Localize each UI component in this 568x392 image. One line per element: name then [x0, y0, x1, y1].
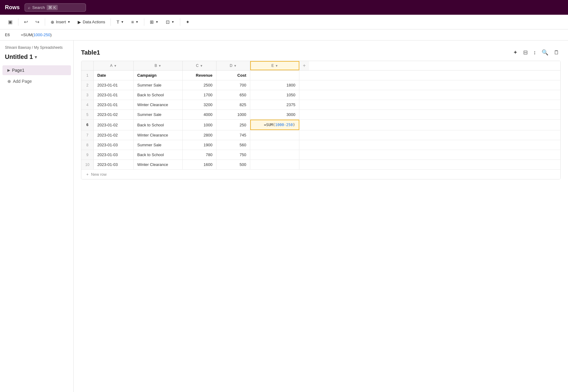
- cell-7e[interactable]: [250, 130, 299, 140]
- cell-8e[interactable]: [250, 140, 299, 150]
- cell-1c[interactable]: Revenue: [183, 71, 216, 80]
- cell-4d[interactable]: 825: [216, 100, 250, 110]
- col-header-b[interactable]: B ▼: [134, 61, 183, 70]
- cell-3d[interactable]: 650: [216, 90, 250, 100]
- cell-7a[interactable]: 2023-01-02: [94, 130, 134, 140]
- redo-button[interactable]: ↪: [32, 17, 42, 26]
- cell-2e[interactable]: 1800: [250, 80, 299, 90]
- cell-10e[interactable]: [250, 160, 299, 169]
- cell-3b[interactable]: Back to School: [134, 90, 183, 100]
- table-row: 4 2023-01-01 Winter Clearance 3200 825 2…: [81, 100, 560, 110]
- cell-3c[interactable]: 1700: [183, 90, 216, 100]
- cell-10c[interactable]: 1600: [183, 160, 216, 169]
- cell-2c[interactable]: 2500: [183, 80, 216, 90]
- cell-5e[interactable]: 3000: [250, 110, 299, 119]
- cell-4c[interactable]: 3200: [183, 100, 216, 110]
- formula-value: 1000-250: [275, 123, 293, 127]
- cell-10a[interactable]: 2023-01-03: [94, 160, 134, 169]
- text-format-dropdown-icon: ▼: [121, 20, 124, 24]
- cell-8b[interactable]: Summer Sale: [134, 140, 183, 150]
- table-format-button[interactable]: ⊞ ▼: [147, 18, 161, 26]
- cell-8c[interactable]: 1900: [183, 140, 216, 150]
- cell-2b[interactable]: Summer Sale: [134, 80, 183, 90]
- col-header-c[interactable]: C ▼: [183, 61, 216, 70]
- col-header-a[interactable]: A ▼: [94, 61, 134, 70]
- align-icon: ≡: [131, 19, 134, 25]
- row-num-9: 9: [81, 150, 94, 159]
- cell-1a[interactable]: Date: [94, 71, 134, 80]
- cell-1d[interactable]: Cost: [216, 71, 250, 80]
- table-row: 5 2023-01-02 Summer Sale 4000 1000 3000: [81, 110, 560, 120]
- cell-7c[interactable]: 2800: [183, 130, 216, 140]
- sparkle-table-icon[interactable]: ✦: [512, 48, 519, 57]
- sparkle-button[interactable]: ✦: [183, 18, 193, 26]
- cell-7b[interactable]: Winter Clearance: [134, 130, 183, 140]
- add-page-button[interactable]: ⊕ Add Page: [2, 76, 71, 86]
- cell-6c[interactable]: 1000: [183, 120, 216, 130]
- table-format-dropdown-icon: ▼: [155, 20, 158, 24]
- undo-button[interactable]: ↩: [21, 17, 31, 26]
- table-row: 1 Date Campaign Revenue Cost: [81, 71, 560, 80]
- cell-1b[interactable]: Campaign: [134, 71, 183, 80]
- insert-icon: ⊕: [51, 20, 54, 25]
- search-table-icon[interactable]: 🔍: [540, 48, 550, 57]
- cell-2d[interactable]: 700: [216, 80, 250, 90]
- cell-8d[interactable]: 560: [216, 140, 250, 150]
- table-row: 7 2023-01-02 Winter Clearance 2800 745: [81, 130, 560, 140]
- cell-9a[interactable]: 2023-01-03: [94, 150, 134, 159]
- align-button[interactable]: ≡ ▼: [128, 18, 142, 26]
- sidebar-toggle-button[interactable]: ▣: [5, 17, 16, 26]
- col-d-dropdown-icon: ▼: [234, 64, 237, 67]
- cell-6d[interactable]: 250: [216, 120, 250, 130]
- cell-7d[interactable]: 745: [216, 130, 250, 140]
- cell-1e[interactable]: [250, 71, 299, 80]
- cell-4a[interactable]: 2023-01-01: [94, 100, 134, 110]
- col-e-dropdown-icon: ▼: [275, 64, 278, 67]
- col-e-label: E: [271, 63, 274, 68]
- cell-4b[interactable]: Winter Clearance: [134, 100, 183, 110]
- data-actions-label: Data Actions: [83, 20, 105, 24]
- toolbar: ▣ ↩ ↪ ⊕ Insert ▼ ▶ Data Actions T ▼ ≡ ▼ …: [0, 15, 568, 29]
- col-header-e[interactable]: E ▼: [250, 61, 299, 70]
- cell-4e[interactable]: 2375: [250, 100, 299, 110]
- comment-icon[interactable]: 🗒: [553, 48, 561, 57]
- table-format-icon: ⊞: [150, 19, 154, 25]
- cell-2a[interactable]: 2023-01-01: [94, 80, 134, 90]
- data-actions-button[interactable]: ▶ Data Actions: [75, 18, 108, 26]
- cell-8a[interactable]: 2023-01-03: [94, 140, 134, 150]
- cell-5a[interactable]: 2023-01-02: [94, 110, 134, 119]
- sidebar-item-page1[interactable]: ▶ Page1: [2, 65, 71, 75]
- cell-10d[interactable]: 500: [216, 160, 250, 169]
- cell-5c[interactable]: 4000: [183, 110, 216, 119]
- cell-3e[interactable]: 1050: [250, 90, 299, 100]
- cell-5b[interactable]: Summer Sale: [134, 110, 183, 119]
- add-column-button[interactable]: +: [299, 61, 309, 70]
- cell-9e[interactable]: [250, 150, 299, 159]
- sort-icon[interactable]: ↕: [532, 48, 537, 57]
- table-row: 3 2023-01-01 Back to School 1700 650 105…: [81, 90, 560, 100]
- col-header-d[interactable]: D ▼: [216, 61, 250, 70]
- cell-6b[interactable]: Back to School: [134, 120, 183, 130]
- toolbar-sep-1: [18, 18, 18, 26]
- cell-reference: E6: [5, 33, 17, 37]
- filter-icon[interactable]: ⊟: [522, 48, 529, 57]
- search-icon: ⌕: [28, 5, 30, 10]
- text-format-button[interactable]: T ▼: [113, 18, 127, 26]
- layout-button[interactable]: ⊡ ▼: [163, 18, 177, 26]
- align-dropdown-icon: ▼: [135, 20, 138, 24]
- cell-6e-active[interactable]: =SUM(1000-250): [250, 120, 299, 130]
- search-box[interactable]: ⌕ Search ⌘ K: [25, 3, 86, 12]
- cell-3a[interactable]: 2023-01-01: [94, 90, 134, 100]
- add-row-button[interactable]: + New row: [81, 170, 560, 179]
- column-headers: A ▼ B ▼ C ▼ D ▼ E ▼ +: [81, 61, 560, 71]
- title-dropdown-icon[interactable]: ▾: [35, 55, 37, 60]
- cell-5d[interactable]: 1000: [216, 110, 250, 119]
- cell-9d[interactable]: 750: [216, 150, 250, 159]
- cell-10b[interactable]: Winter Clearance: [134, 160, 183, 169]
- cell-9c[interactable]: 780: [183, 150, 216, 159]
- insert-button[interactable]: ⊕ Insert ▼: [48, 18, 73, 26]
- cell-6a[interactable]: 2023-01-02: [94, 120, 134, 130]
- sidebar-icon: ▣: [8, 19, 13, 25]
- sparkle-icon: ✦: [186, 19, 190, 25]
- cell-9b[interactable]: Back to School: [134, 150, 183, 159]
